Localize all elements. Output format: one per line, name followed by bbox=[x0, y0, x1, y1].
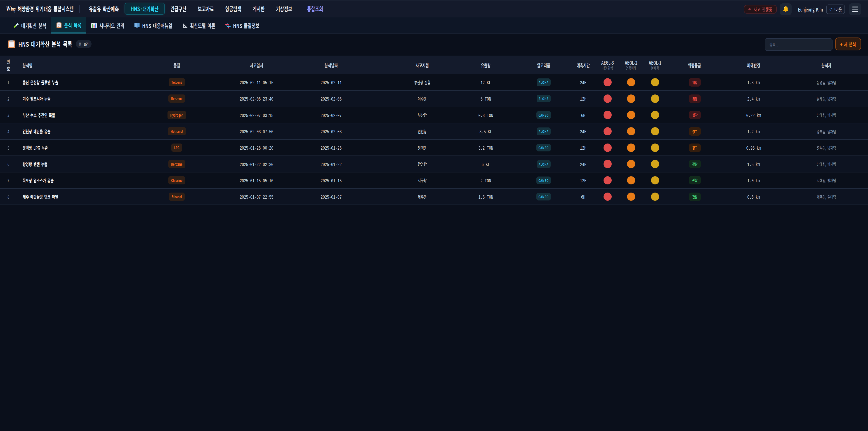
svg-text:ing: ing bbox=[11, 6, 16, 12]
svg-text:W: W bbox=[6, 4, 11, 13]
